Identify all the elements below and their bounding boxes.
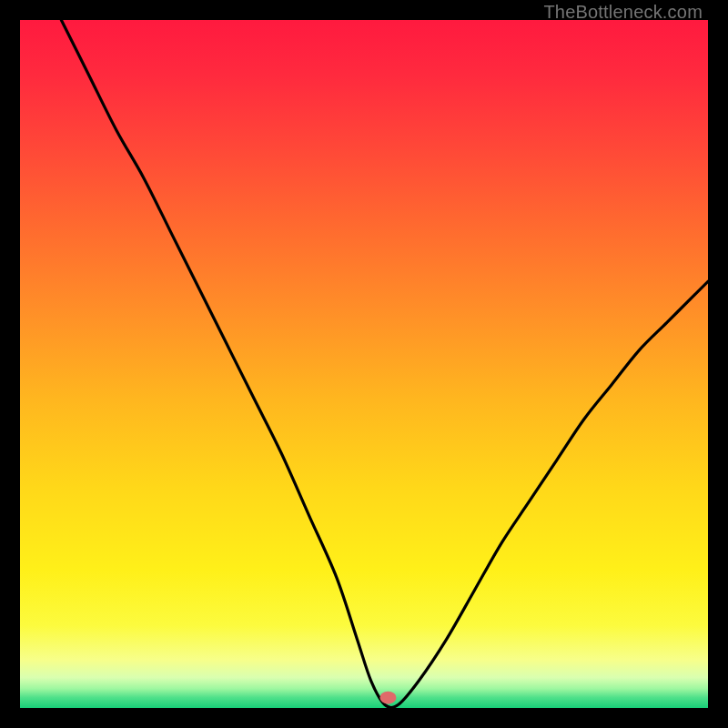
chart-frame [20,20,708,708]
minimum-marker [379,692,396,704]
gradient-background [20,20,708,708]
bottleneck-chart [20,20,708,708]
watermark-text: TheBottleneck.com [543,2,703,23]
